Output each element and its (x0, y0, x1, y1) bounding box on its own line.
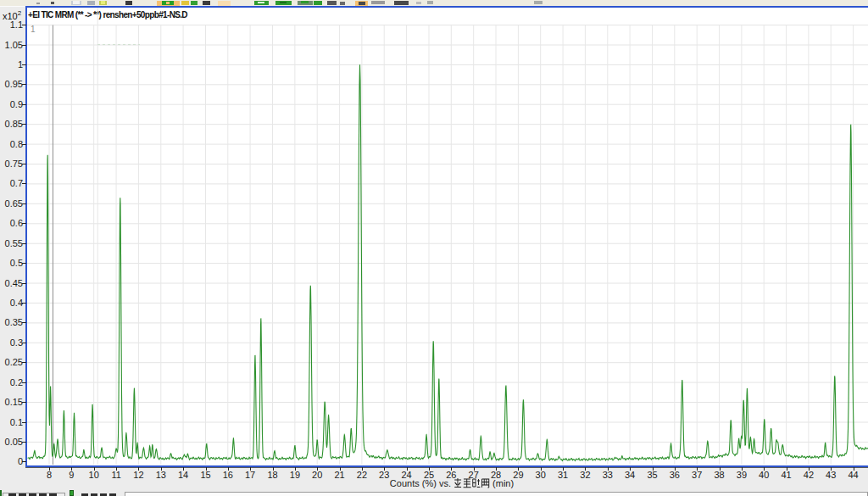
svg-text:1: 1 (31, 25, 36, 34)
